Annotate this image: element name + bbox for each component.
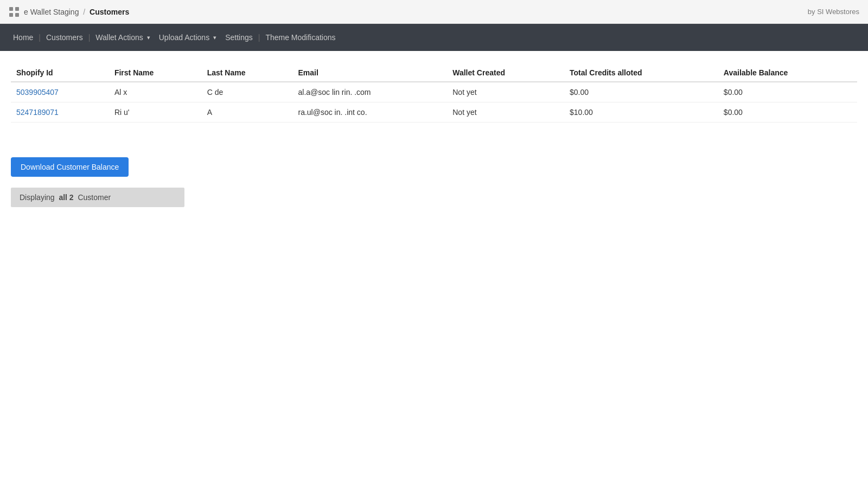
col-wallet-created: Wallet Created	[447, 64, 564, 82]
top-bar: e Wallet Staging / Customers by SI Webst…	[0, 0, 868, 24]
breadcrumb: e Wallet Staging / Customers	[24, 8, 129, 16]
cell-available-balance: $0.00	[718, 82, 857, 102]
table-body: 5039905407 Al x C de al.a@soc lin rin. .…	[11, 82, 857, 123]
brand-label: by SI Webstores	[808, 8, 859, 16]
customers-table: Shopify Id First Name Last Name Email Wa…	[11, 64, 857, 123]
display-bar: Displaying all 2 Customer	[11, 188, 184, 207]
display-prefix: Displaying	[20, 193, 55, 202]
nav-separator-3: |	[258, 33, 260, 42]
display-count: all 2	[59, 193, 73, 202]
table-row: 5247189071 Ri u' A ra.ul@soc in. .int co…	[11, 102, 857, 123]
display-suffix: Customer	[78, 193, 111, 202]
breadcrumb-separator: /	[83, 8, 85, 16]
col-last-name: Last Name	[202, 64, 293, 82]
grid-icon	[9, 7, 20, 17]
col-email: Email	[293, 64, 448, 82]
cell-last-name: C de	[202, 82, 293, 102]
col-available-balance: Available Balance	[718, 64, 857, 82]
col-total-credits: Total Credits alloted	[564, 64, 718, 82]
svg-rect-3	[15, 13, 19, 17]
main-content: Shopify Id First Name Last Name Email Wa…	[0, 51, 868, 488]
svg-rect-2	[9, 13, 13, 17]
cell-first-name: Al x	[109, 82, 202, 102]
cell-wallet-created: Not yet	[447, 82, 564, 102]
cell-shopify-id[interactable]: 5247189071	[11, 102, 109, 123]
breadcrumb-current: Customers	[90, 8, 129, 16]
nav-item-upload-actions[interactable]: Upload Actions	[155, 24, 221, 51]
top-bar-left: e Wallet Staging / Customers	[9, 7, 129, 17]
nav-item-customers[interactable]: Customers	[42, 24, 87, 51]
col-first-name: First Name	[109, 64, 202, 82]
table-head: Shopify Id First Name Last Name Email Wa…	[11, 64, 857, 82]
nav-separator-2: |	[88, 33, 91, 42]
col-shopify-id: Shopify Id	[11, 64, 109, 82]
cell-available-balance: $0.00	[718, 102, 857, 123]
nav-item-theme-modifications[interactable]: Theme Modifications	[261, 24, 340, 51]
cell-total-credits: $10.00	[564, 102, 718, 123]
table-row: 5039905407 Al x C de al.a@soc lin rin. .…	[11, 82, 857, 102]
cell-total-credits: $0.00	[564, 82, 718, 102]
cell-email: ra.ul@soc in. .int co.	[293, 102, 448, 123]
table-header-row: Shopify Id First Name Last Name Email Wa…	[11, 64, 857, 82]
cell-shopify-id[interactable]: 5039905407	[11, 82, 109, 102]
nav-item-home[interactable]: Home	[9, 24, 37, 51]
cell-first-name: Ri u'	[109, 102, 202, 123]
download-customer-balance-button[interactable]: Download Customer Balance	[11, 157, 129, 177]
svg-rect-0	[9, 7, 13, 11]
nav-separator-1: |	[39, 33, 41, 42]
nav-item-settings[interactable]: Settings	[221, 24, 257, 51]
cell-email: al.a@soc lin rin. .com	[293, 82, 448, 102]
nav-bar: Home | Customers | Wallet Actions Upload…	[0, 24, 868, 51]
cell-wallet-created: Not yet	[447, 102, 564, 123]
cell-last-name: A	[202, 102, 293, 123]
breadcrumb-app: e Wallet Staging	[24, 8, 79, 16]
svg-rect-1	[15, 7, 19, 11]
nav-item-wallet-actions[interactable]: Wallet Actions	[91, 24, 154, 51]
